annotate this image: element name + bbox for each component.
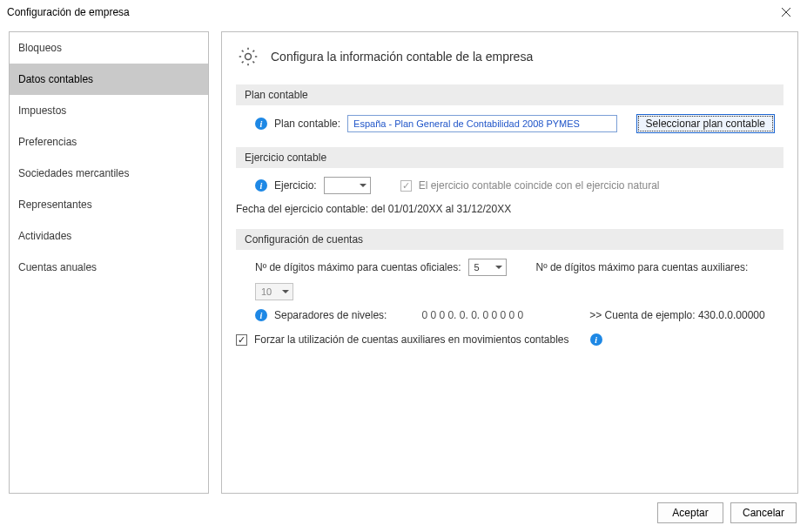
- section-ejercicio-body: i Ejercicio: El ejercicio contable coinc…: [236, 168, 783, 226]
- sidebar-item-sociedades[interactable]: Sociedades mercantiles: [10, 158, 208, 189]
- info-icon: i: [255, 179, 267, 192]
- oficiales-label: Nº de dígitos máximo para cuentas oficia…: [255, 261, 461, 273]
- select-plan-button[interactable]: Seleccionar plan contable: [636, 114, 775, 133]
- section-cuentas-body: Nº de dígitos máximo para cuentas oficia…: [236, 250, 783, 356]
- force-label: Forzar la utilización de cuentas auxilia…: [254, 333, 569, 346]
- force-checkbox[interactable]: [236, 334, 247, 346]
- svg-point-2: [245, 54, 252, 60]
- info-icon: i: [255, 118, 267, 130]
- sidebar-item-datos-contables[interactable]: Datos contables: [10, 64, 208, 95]
- ejercicio-date-label: Fecha del ejercicio contable: del 01/01/…: [236, 203, 511, 215]
- window-title: Configuración de empresa: [7, 6, 772, 18]
- sidebar-item-preferencias[interactable]: Preferencias: [10, 126, 208, 158]
- titlebar: Configuración de empresa: [0, 0, 807, 24]
- natural-checkbox: [400, 180, 412, 192]
- section-plan-body: i Plan contable: España - Plan General d…: [236, 105, 783, 144]
- natural-label: El ejercicio contable coincide con el ej…: [419, 179, 660, 192]
- oficiales-value: 5: [474, 262, 480, 273]
- aux-label: Nº de dígitos máximo para cuentas auxili…: [536, 261, 749, 273]
- info-icon: i: [255, 309, 267, 321]
- close-button[interactable]: [772, 3, 800, 21]
- sidebar-item-representantes[interactable]: Representantes: [10, 189, 208, 220]
- section-cuentas-title: Configuración de cuentas: [236, 229, 783, 250]
- chevron-down-icon: [282, 290, 289, 293]
- sidebar-item-cuentas-anuales[interactable]: Cuentas anuales: [10, 252, 208, 283]
- info-icon: i: [590, 333, 602, 346]
- page-title: Configura la información contable de la …: [271, 50, 533, 64]
- plan-value-box: España - Plan General de Contabilidad 20…: [347, 115, 617, 132]
- main-header: Configura la información contable de la …: [236, 44, 783, 69]
- cancel-button[interactable]: Cancelar: [730, 502, 797, 523]
- main-panel: Configura la información contable de la …: [221, 31, 798, 494]
- ejercicio-select[interactable]: [324, 177, 371, 194]
- dialog-window: Configuración de empresa Bloqueos Datos …: [0, 0, 807, 532]
- oficiales-select[interactable]: 5: [468, 259, 507, 276]
- ejercicio-label: Ejercicio:: [274, 179, 317, 192]
- sep-pattern: 0 0 0 0. 0. 0. 0 0 0 0 0: [421, 309, 523, 321]
- section-ejercicio-title: Ejercicio contable: [236, 147, 783, 168]
- gear-icon: [236, 44, 260, 69]
- sep-label: Separadores de niveles:: [274, 309, 387, 321]
- aux-value: 10: [261, 286, 272, 297]
- sidebar-item-actividades[interactable]: Actividades: [10, 220, 208, 252]
- chevron-down-icon: [360, 184, 367, 187]
- plan-label: Plan contable:: [274, 118, 340, 130]
- sidebar-item-bloqueos[interactable]: Bloqueos: [10, 32, 208, 64]
- close-icon: [782, 8, 790, 17]
- accept-button[interactable]: Aceptar: [657, 502, 723, 523]
- section-plan-title: Plan contable: [236, 84, 783, 105]
- aux-select: 10: [255, 283, 293, 300]
- dialog-body: Bloqueos Datos contables Impuestos Prefe…: [0, 24, 807, 494]
- chevron-down-icon: [495, 266, 502, 269]
- example-label: >> Cuenta de ejemplo: 430.0.0.00000: [589, 309, 765, 321]
- sidebar: Bloqueos Datos contables Impuestos Prefe…: [9, 31, 209, 494]
- dialog-footer: Aceptar Cancelar: [0, 494, 807, 532]
- sidebar-item-impuestos[interactable]: Impuestos: [10, 95, 208, 126]
